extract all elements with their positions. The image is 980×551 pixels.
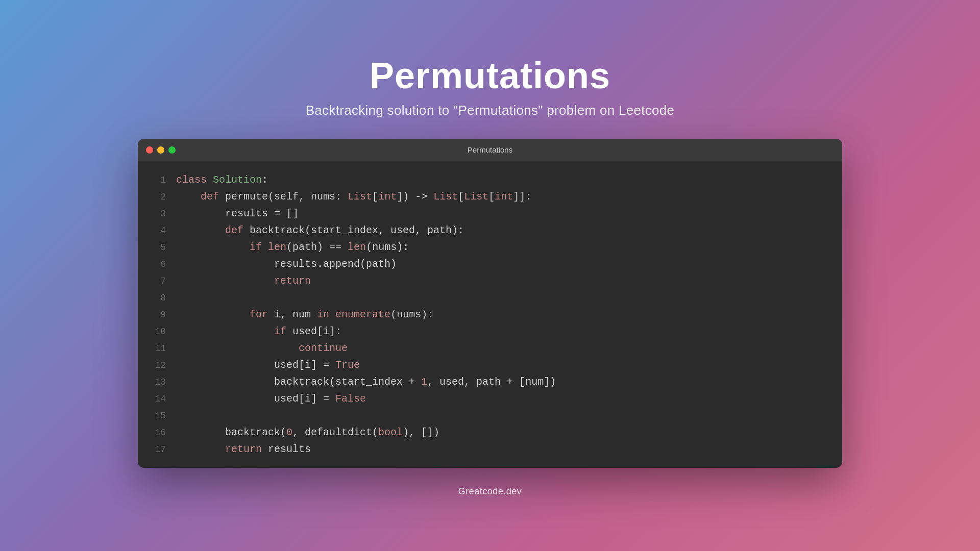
- code-content: class Solution:: [176, 171, 268, 188]
- line-num: 3: [153, 207, 176, 222]
- code-content: [176, 289, 182, 306]
- code-line-14: 14 used[i] = False: [153, 390, 827, 407]
- code-content: def permute(self, nums: List[int]) -> Li…: [176, 188, 531, 205]
- code-content: for i, num in enumerate(nums):: [176, 306, 433, 323]
- page-title: Permutations: [306, 55, 675, 96]
- line-num: 5: [153, 240, 176, 256]
- line-num: 11: [153, 341, 176, 357]
- close-button[interactable]: [146, 146, 153, 154]
- code-line-7: 7 return: [153, 272, 827, 289]
- code-content: return: [176, 272, 311, 289]
- code-content: results.append(path): [176, 256, 397, 272]
- code-editor: 1 class Solution: 2 def permute(self, nu…: [138, 161, 842, 468]
- line-num: 15: [153, 409, 176, 424]
- line-num: 2: [153, 190, 176, 205]
- window-title: Permutations: [468, 145, 512, 154]
- line-num: 6: [153, 257, 176, 272]
- page-subtitle: Backtracking solution to "Permutations" …: [306, 103, 675, 118]
- code-line-11: 11 continue: [153, 340, 827, 357]
- code-line-4: 4 def backtrack(start_index, used, path)…: [153, 222, 827, 239]
- code-content: if len(path) == len(nums):: [176, 239, 409, 256]
- code-content: used[i] = True: [176, 357, 360, 373]
- page-header: Permutations Backtracking solution to "P…: [306, 55, 675, 118]
- code-content: return results: [176, 441, 311, 458]
- line-num: 10: [153, 324, 176, 340]
- code-content: backtrack(0, defaultdict(bool), []): [176, 424, 439, 441]
- line-num: 16: [153, 425, 176, 441]
- code-window: Permutations 1 class Solution: 2 def per…: [138, 139, 842, 468]
- code-line-12: 12 used[i] = True: [153, 357, 827, 373]
- code-line-16: 16 backtrack(0, defaultdict(bool), []): [153, 424, 827, 441]
- code-line-10: 10 if used[i]:: [153, 323, 827, 340]
- code-line-9: 9 for i, num in enumerate(nums):: [153, 306, 827, 323]
- code-block: 1 class Solution: 2 def permute(self, nu…: [138, 171, 842, 458]
- code-line-3: 3 results = []: [153, 205, 827, 222]
- code-line-2: 2 def permute(self, nums: List[int]) -> …: [153, 188, 827, 205]
- line-num: 9: [153, 308, 176, 323]
- code-line-13: 13 backtrack(start_index + 1, used, path…: [153, 373, 827, 390]
- line-num: 4: [153, 223, 176, 239]
- code-content: backtrack(start_index + 1, used, path + …: [176, 373, 556, 390]
- code-line-8: 8: [153, 289, 827, 306]
- code-content: continue: [176, 340, 348, 357]
- line-num: 8: [153, 291, 176, 306]
- code-line-17: 17 return results: [153, 441, 827, 458]
- code-content: used[i] = False: [176, 390, 366, 407]
- code-content: results = []: [176, 205, 299, 222]
- minimize-button[interactable]: [157, 146, 164, 154]
- code-content: [176, 407, 182, 424]
- code-line-15: 15: [153, 407, 827, 424]
- code-content: if used[i]:: [176, 323, 341, 340]
- code-line-5: 5 if len(path) == len(nums):: [153, 239, 827, 256]
- code-line-6: 6 results.append(path): [153, 256, 827, 272]
- window-controls: [146, 146, 176, 154]
- line-num: 13: [153, 375, 176, 390]
- line-num: 1: [153, 173, 176, 188]
- line-num: 12: [153, 358, 176, 373]
- maximize-button[interactable]: [168, 146, 176, 154]
- line-num: 7: [153, 274, 176, 289]
- line-num: 14: [153, 392, 176, 407]
- line-num: 17: [153, 442, 176, 458]
- window-titlebar: Permutations: [138, 139, 842, 161]
- code-content: def backtrack(start_index, used, path):: [176, 222, 464, 239]
- code-line-1: 1 class Solution:: [153, 171, 827, 188]
- footer: Greatcode.dev: [458, 486, 522, 497]
